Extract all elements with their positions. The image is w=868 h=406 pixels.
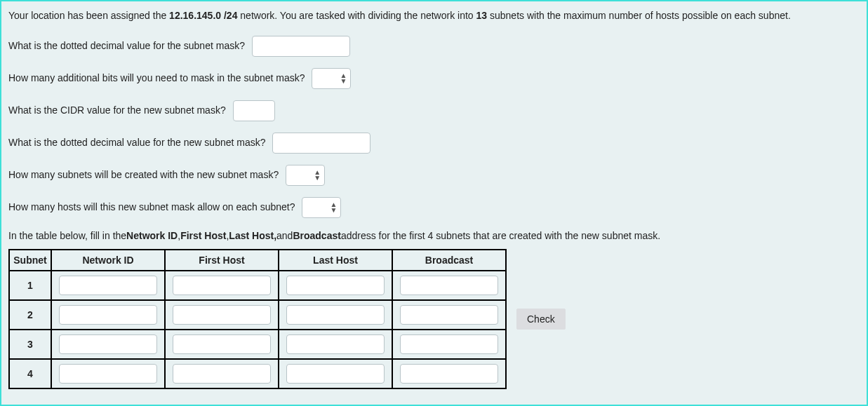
th-first-host: First Host — [165, 250, 279, 271]
broadcast-input[interactable] — [400, 276, 498, 295]
additional-bits-select[interactable] — [312, 68, 351, 89]
last-host-input[interactable] — [286, 364, 385, 384]
table-intro-b1: Network ID — [126, 229, 178, 243]
broadcast-input[interactable] — [400, 334, 498, 354]
subnet-table: Subnet Network ID First Host Last Host B… — [8, 249, 507, 389]
th-broadcast: Broadcast — [392, 250, 506, 271]
q1-label: What is the dotted decimal value for the… — [8, 39, 248, 53]
first-host-input[interactable] — [173, 305, 271, 325]
table-intro-s3: and — [276, 229, 293, 243]
last-host-input[interactable] — [286, 276, 385, 295]
network-id-input[interactable] — [59, 334, 157, 354]
table-intro-b2: First Host — [180, 229, 226, 243]
th-subnet: Subnet — [9, 250, 51, 271]
table-intro-b4: Broadcast — [293, 229, 340, 243]
q6-label: How many hosts will this new subnet mask… — [8, 201, 298, 215]
subnet-mask-input[interactable] — [252, 36, 350, 57]
q5-label: How many subnets will be created with th… — [8, 168, 281, 182]
row-num: 3 — [9, 330, 51, 359]
first-host-input[interactable] — [173, 364, 271, 384]
subnets-created-select[interactable] — [286, 165, 325, 186]
hosts-per-subnet-select[interactable] — [302, 197, 341, 218]
table-row: 3 — [9, 330, 506, 359]
th-last-host: Last Host — [279, 250, 392, 271]
table-intro-suffix: address for the first 4 subnets that are… — [341, 229, 660, 243]
check-button[interactable]: Check — [516, 309, 566, 330]
network-id-input[interactable] — [59, 305, 157, 325]
first-host-input[interactable] — [173, 276, 271, 295]
table-row: 1 — [9, 271, 506, 300]
q2-label: How many additional bits will you need t… — [8, 72, 307, 86]
row-num: 1 — [9, 271, 51, 300]
table-intro-b3: Last Host, — [229, 229, 276, 243]
broadcast-input[interactable] — [400, 305, 498, 325]
first-host-input[interactable] — [173, 334, 271, 354]
last-host-input[interactable] — [286, 305, 385, 325]
broadcast-input[interactable] — [400, 364, 498, 384]
exercise-panel: Your location has been assigned the 12.1… — [0, 0, 868, 406]
cidr-input[interactable] — [233, 100, 275, 121]
intro-suffix: subnets with the maximum number of hosts… — [487, 10, 791, 21]
table-row: 2 — [9, 300, 506, 330]
intro-prefix: Your location has been assigned the — [8, 10, 169, 21]
q3-label: What is the CIDR value for the new subne… — [8, 104, 229, 118]
intro-text: Your location has been assigned the 12.1… — [8, 8, 860, 23]
table-intro-prefix: In the table below, fill in the — [8, 229, 126, 243]
intro-subnets: 13 — [476, 10, 488, 21]
intro-mid: network. You are tasked with dividing th… — [237, 10, 476, 21]
network-id-input[interactable] — [59, 364, 157, 384]
q4-label: What is the dotted decimal value for the… — [8, 136, 268, 150]
th-network-id: Network ID — [51, 250, 165, 271]
network-id-input[interactable] — [59, 276, 157, 295]
new-subnet-mask-input[interactable] — [272, 133, 370, 154]
intro-network: 12.16.145.0 /24 — [169, 10, 237, 21]
row-num: 4 — [9, 359, 51, 388]
row-num: 2 — [9, 300, 51, 330]
last-host-input[interactable] — [286, 334, 385, 354]
table-row: 4 — [9, 359, 506, 388]
